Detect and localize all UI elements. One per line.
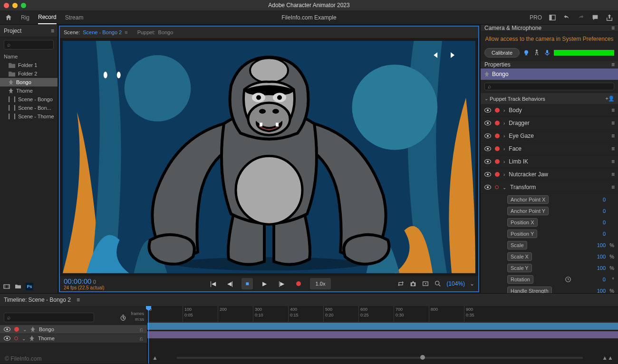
property-label[interactable]: Anchor Point Y — [507, 207, 549, 215]
zoom-level[interactable]: (104%) — [446, 280, 465, 287]
hamburger-icon[interactable]: ≡ — [611, 158, 614, 165]
window-minimize-button[interactable] — [12, 3, 18, 8]
property-label[interactable]: Position Y — [507, 230, 537, 238]
property-value[interactable]: 100 — [597, 254, 606, 259]
zoom-dropdown-icon[interactable]: ⌄ — [470, 280, 474, 287]
chevron-icon[interactable]: ⌄ — [22, 336, 26, 341]
window-close-button[interactable] — [4, 3, 9, 8]
behavior-nutcracker-jaw[interactable]: ›Nutcracker Jaw≡ — [481, 168, 618, 181]
properties-puppet-row[interactable]: Bongo — [481, 68, 618, 80]
zoom-slider-handle[interactable] — [420, 355, 425, 360]
property-value[interactable]: 100 — [597, 265, 606, 271]
hamburger-icon[interactable]: ≡ — [611, 145, 614, 152]
project-item-scene-thorne[interactable]: Scene - Thorne — [0, 112, 58, 121]
eye-icon[interactable] — [484, 146, 491, 151]
property-value[interactable]: 0 — [603, 220, 606, 225]
timeline-track-thorne[interactable]: ⌄Thorne⎌ — [0, 334, 147, 343]
magnify-icon[interactable] — [434, 280, 442, 287]
project-item-thorne[interactable]: Thorne — [0, 86, 58, 95]
eye-icon[interactable] — [484, 134, 491, 138]
behaviors-collapse-icon[interactable]: ⌄ — [484, 96, 488, 101]
behavior-dragger[interactable]: ›Dragger≡ — [481, 117, 618, 130]
body-track-icon[interactable] — [533, 49, 541, 57]
comment-icon[interactable] — [591, 14, 599, 21]
timeline-search-input[interactable]: ⌕ — [4, 313, 94, 322]
clip-bongo[interactable] — [147, 323, 618, 330]
go-to-start-button[interactable]: |◀ — [207, 278, 219, 289]
project-item-scene-bon-[interactable]: Scene - Bon... — [0, 104, 58, 112]
export-frame-icon[interactable] — [422, 280, 429, 287]
hamburger-icon[interactable]: ≡ — [611, 107, 614, 114]
project-item-scene-bongo[interactable]: Scene - Bongo — [0, 95, 58, 104]
hamburger-icon[interactable]: ≡ — [611, 184, 614, 191]
eye-icon[interactable] — [4, 327, 10, 332]
property-label[interactable]: Scale Y — [507, 264, 532, 272]
loop-icon[interactable] — [397, 280, 405, 287]
photoshop-icon[interactable]: Ps — [26, 283, 33, 290]
zoom-out-icon[interactable]: ▲ — [152, 354, 158, 361]
next-frame-button[interactable]: |▶ — [276, 278, 287, 289]
arm-record-icon[interactable] — [14, 327, 19, 332]
arm-record-icon[interactable] — [495, 172, 500, 177]
arm-record-icon[interactable] — [495, 185, 499, 189]
property-value[interactable]: 0 — [603, 231, 606, 237]
track-options-icon[interactable]: ⎌ — [140, 335, 143, 341]
project-menu-icon[interactable]: ≡ — [51, 28, 54, 34]
snapshot-icon[interactable] — [409, 280, 417, 287]
playback-speed[interactable]: 1.0x — [310, 278, 331, 289]
behavior-limb-ik[interactable]: ›Limb IK≡ — [481, 155, 618, 168]
hamburger-icon[interactable]: ≡ — [611, 120, 614, 126]
behavior-face[interactable]: ›Face≡ — [481, 143, 618, 155]
arm-record-icon[interactable] — [495, 108, 500, 113]
workspace-icon[interactable] — [549, 14, 556, 21]
play-button[interactable]: ▶ — [259, 278, 270, 289]
property-value[interactable]: 0 — [603, 208, 606, 214]
property-value[interactable]: 0 — [603, 277, 606, 282]
project-search-input[interactable]: ⌕ — [4, 40, 54, 49]
tab-record[interactable]: Record — [38, 11, 57, 24]
behavior-eye-gaze[interactable]: ›Eye Gaze≡ — [481, 130, 618, 143]
zoom-in-icon[interactable]: ▲▲ — [602, 354, 613, 361]
record-button[interactable] — [293, 278, 304, 289]
eye-icon[interactable] — [484, 159, 491, 164]
property-label[interactable]: Rotation — [507, 275, 533, 284]
project-item-bongo[interactable]: Bongo — [0, 78, 58, 86]
chevron-right-icon[interactable]: › — [503, 121, 505, 126]
arm-record-icon[interactable] — [14, 336, 18, 340]
chevron-right-icon[interactable]: › — [503, 159, 505, 164]
property-label[interactable]: Handle Strength — [507, 287, 552, 293]
webcam-icon[interactable] — [522, 49, 530, 57]
clock-icon[interactable] — [565, 276, 571, 283]
transform-header[interactable]: ⌄ Transform ≡ — [481, 181, 618, 194]
camera-menu-icon[interactable]: ≡ — [611, 25, 614, 31]
timeline-menu-icon[interactable]: ≡ — [77, 297, 79, 303]
eye-icon[interactable] — [484, 185, 491, 190]
project-item-folder-2[interactable]: Folder 2 — [0, 69, 58, 78]
redo-icon[interactable] — [577, 14, 585, 21]
stop-button[interactable]: ■ — [241, 278, 253, 289]
new-folder-icon[interactable] — [14, 283, 22, 290]
behavior-body[interactable]: ›Body≡ — [481, 104, 618, 117]
share-icon[interactable] — [606, 14, 613, 21]
chevron-right-icon[interactable]: › — [503, 108, 505, 113]
stopwatch-icon[interactable] — [119, 314, 127, 321]
arm-record-icon[interactable] — [495, 146, 500, 151]
timecode[interactable]: 00:00:00 — [64, 277, 91, 285]
chevron-right-icon[interactable]: › — [503, 134, 505, 139]
arm-record-icon[interactable] — [495, 134, 500, 138]
undo-icon[interactable] — [563, 14, 570, 21]
prev-frame-button[interactable]: ◀| — [224, 278, 236, 289]
scene-menu-icon[interactable]: ≡ — [125, 29, 127, 35]
eye-icon[interactable] — [484, 108, 491, 113]
project-item-folder-1[interactable]: Folder 1 — [0, 61, 58, 69]
arm-record-icon[interactable] — [495, 121, 500, 125]
eye-icon[interactable] — [484, 172, 491, 177]
pro-badge[interactable]: PRO — [530, 14, 542, 21]
microphone-icon[interactable] — [543, 49, 551, 57]
hamburger-icon[interactable]: ≡ — [611, 171, 614, 178]
property-label[interactable]: Position X — [507, 218, 538, 227]
add-behavior-icon[interactable]: +👤 — [606, 96, 614, 102]
chevron-right-icon[interactable]: › — [503, 146, 505, 152]
home-icon[interactable] — [5, 14, 12, 21]
properties-search-input[interactable]: ⌕ — [484, 83, 614, 90]
